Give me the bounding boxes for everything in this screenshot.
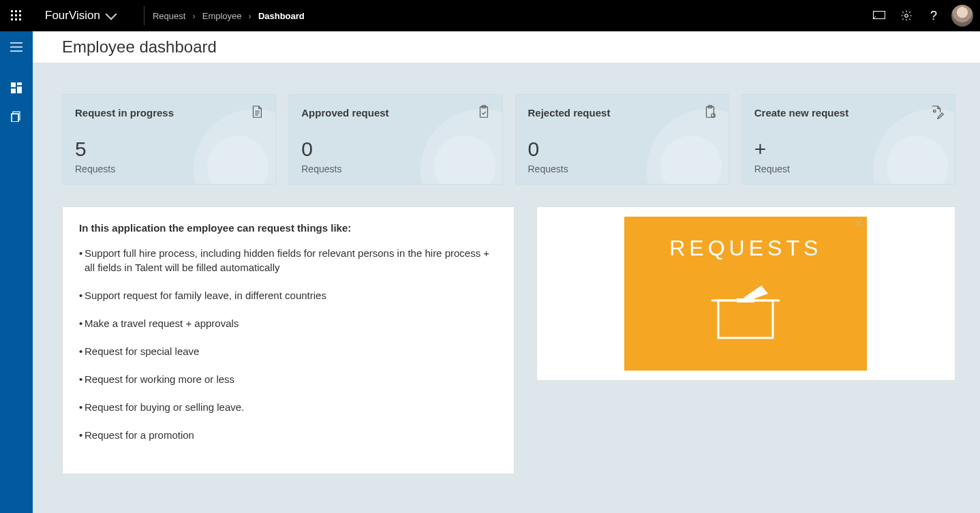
- help-icon: ?: [930, 9, 937, 23]
- app-launcher-button[interactable]: [0, 0, 33, 31]
- top-bar: FourVision Request › Employee › Dashboar…: [0, 0, 980, 31]
- svg-rect-3: [11, 14, 13, 16]
- clipboard-x-icon: [703, 104, 719, 121]
- page: Employee dashboard Request in progress 5…: [33, 31, 980, 513]
- lower-panels: In this application the employee can req…: [62, 206, 955, 474]
- info-panel: In this application the employee can req…: [62, 206, 515, 474]
- document-edit-icon: $: [929, 104, 945, 121]
- breadcrumb-request[interactable]: Request: [150, 8, 188, 24]
- close-icon[interactable]: [855, 219, 864, 229]
- svg-rect-16: [17, 87, 22, 93]
- card-approved-request[interactable]: Approved request 0 Requests: [288, 94, 502, 185]
- breadcrumb: Request › Employee › Dashboard: [150, 8, 307, 24]
- svg-rect-4: [15, 14, 17, 16]
- page-header: Employee dashboard: [33, 31, 980, 63]
- clipboard-check-icon: [476, 104, 493, 121]
- svg-point-28: [711, 114, 716, 118]
- info-item: Request for special leave: [79, 344, 497, 358]
- svg-rect-1: [15, 10, 17, 12]
- svg-text:$: $: [934, 110, 935, 113]
- svg-rect-8: [19, 18, 21, 20]
- svg-rect-5: [19, 14, 21, 16]
- document-icon: [249, 104, 266, 121]
- svg-rect-2: [19, 10, 21, 12]
- message-icon: [873, 11, 885, 20]
- messages-button[interactable]: [866, 0, 893, 31]
- info-list: Support full hire process, including hid…: [79, 246, 497, 442]
- summary-cards-row: Request in progress 5 Requests Approved …: [62, 94, 955, 185]
- svg-rect-14: [11, 82, 16, 87]
- documents-icon: [11, 111, 22, 122]
- card-rejected-request[interactable]: Rejected request 0 Requests: [515, 94, 729, 185]
- ballot-box-icon: [708, 273, 783, 341]
- user-avatar[interactable]: [951, 5, 973, 27]
- svg-rect-9: [874, 12, 885, 19]
- brand-dropdown-icon[interactable]: [105, 9, 117, 20]
- gear-icon: [900, 10, 913, 22]
- svg-rect-15: [17, 82, 22, 85]
- nav-dashboard-button[interactable]: [0, 74, 33, 102]
- waffle-icon: [11, 10, 22, 21]
- info-item: Support request for family leave, in dif…: [79, 288, 497, 302]
- help-button[interactable]: ?: [920, 0, 947, 31]
- breadcrumb-sep: ›: [192, 11, 195, 21]
- nav-hamburger-button[interactable]: [0, 33, 33, 61]
- brand-name[interactable]: FourVision: [45, 9, 100, 22]
- page-title: Employee dashboard: [62, 37, 217, 57]
- breadcrumb-dashboard[interactable]: Dashboard: [256, 8, 307, 24]
- tiles-icon: [11, 82, 22, 93]
- info-item: Request for buying or selling leave.: [79, 400, 497, 414]
- breadcrumb-sep: ›: [249, 11, 251, 21]
- svg-rect-33: [718, 300, 773, 338]
- info-item: Request for a promotion: [79, 428, 497, 442]
- svg-point-10: [905, 14, 908, 18]
- info-intro: In this application the employee can req…: [79, 222, 497, 234]
- svg-rect-19: [12, 114, 18, 122]
- svg-rect-6: [11, 18, 13, 20]
- svg-rect-17: [11, 89, 16, 93]
- info-item: Request for working more or less: [79, 372, 497, 386]
- requests-promo-image: REQUESTS: [624, 217, 867, 371]
- separator: [144, 6, 144, 25]
- page-content: Request in progress 5 Requests Approved …: [33, 63, 980, 491]
- svg-rect-7: [15, 18, 17, 20]
- card-create-new-request[interactable]: Create new request $ + Request: [741, 94, 955, 185]
- left-nav: [0, 31, 33, 513]
- breadcrumb-employee[interactable]: Employee: [200, 8, 245, 24]
- hamburger-icon: [10, 42, 22, 52]
- promo-panel: REQUESTS: [536, 206, 956, 381]
- card-request-in-progress[interactable]: Request in progress 5 Requests: [62, 94, 276, 185]
- info-item: Make a travel request + approvals: [79, 316, 497, 330]
- nav-documents-button[interactable]: [0, 102, 33, 131]
- info-item: Support full hire process, including hid…: [79, 246, 497, 275]
- svg-rect-0: [11, 10, 13, 12]
- settings-button[interactable]: [893, 0, 920, 31]
- promo-label: REQUESTS: [669, 236, 822, 261]
